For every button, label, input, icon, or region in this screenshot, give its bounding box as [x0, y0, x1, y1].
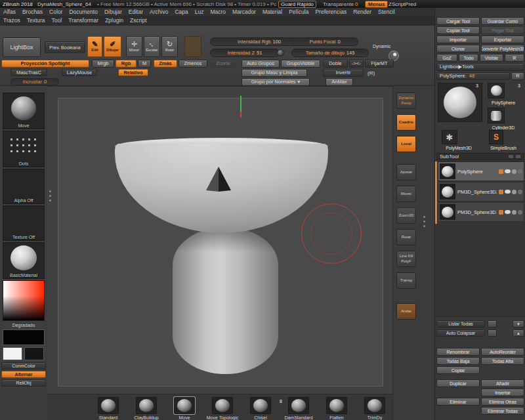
- goz-all-button[interactable]: Todo: [459, 54, 478, 62]
- color-picker[interactable]: [3, 280, 45, 321]
- tool-button[interactable]: Importar: [436, 35, 480, 43]
- menu-item[interactable]: Dibujar: [101, 8, 125, 16]
- tool-button[interactable]: Clonar: [436, 45, 480, 52]
- subtool-action-button[interactable]: Todas Baja: [436, 357, 480, 365]
- eye-icon[interactable]: [505, 210, 511, 214]
- mask-clear-group-button[interactable]: Grupo Masc y Limpia: [242, 69, 307, 77]
- right-shelf-button[interactable]: Line Fill PolyF: [396, 251, 416, 267]
- goz-visible-button[interactable]: Visible: [480, 54, 503, 62]
- relative-button[interactable]: Relativo: [118, 69, 148, 76]
- subtool-action-button[interactable]: Eliminar: [436, 398, 480, 406]
- polysphere-thumbnail[interactable]: [488, 83, 505, 98]
- brush-slot[interactable]: TrimDy: [357, 397, 392, 420]
- menu-item[interactable]: Transformar: [65, 16, 102, 25]
- menu-item[interactable]: Zscript: [127, 16, 150, 25]
- menu-item[interactable]: Color: [46, 8, 66, 16]
- tool-r-button[interactable]: R: [511, 72, 524, 80]
- tool-button[interactable]: Convertir PolyMesh3D: [481, 45, 524, 52]
- move-button[interactable]: ✛ Mover: [126, 36, 142, 57]
- double-button[interactable]: Doble: [323, 60, 348, 68]
- collapse-button[interactable]: -><-: [349, 60, 364, 68]
- simplebrush-thumbnail[interactable]: S: [489, 130, 503, 144]
- right-shelf-button[interactable]: Andar: [396, 303, 416, 320]
- move-down-button[interactable]: ▼: [513, 320, 524, 327]
- invert-button[interactable]: Invertir: [323, 69, 364, 77]
- main-color-swatch[interactable]: [3, 347, 22, 360]
- material-thumbnail[interactable]: BasicMaterial: [3, 242, 45, 279]
- brush-slot[interactable]: Move: [167, 397, 202, 420]
- lightbox-button[interactable]: LightBox: [3, 37, 41, 57]
- right-shelf-button[interactable]: Zoom3D: [396, 207, 416, 224]
- switch-color-button[interactable]: ConmColor: [1, 362, 46, 369]
- panel-divider-handle[interactable]: [49, 190, 51, 201]
- tool-button[interactable]: Exportar: [481, 35, 524, 43]
- menu-item[interactable]: Brochas: [19, 8, 46, 16]
- subtool-action-button[interactable]: Duplicar: [436, 379, 480, 387]
- subtool-action-button[interactable]: Todas Alta: [481, 357, 524, 365]
- right-shelf-button[interactable]: Cuadris: [396, 114, 416, 131]
- subtool-item[interactable]: PM3D_Sphere3D1: [438, 202, 524, 222]
- brush-slot[interactable]: Flatten: [319, 397, 354, 420]
- menu-item[interactable]: Archivo: [146, 8, 171, 16]
- list-all-button[interactable]: Listar Todas: [436, 320, 485, 327]
- edit-button[interactable]: ✎ Edit: [87, 36, 102, 57]
- group-by-normals-button[interactable]: Grupo por Normales ▾: [242, 78, 310, 86]
- menu-item[interactable]: Documento: [66, 8, 100, 16]
- tool-button[interactable]: Copiar Tool: [436, 26, 480, 34]
- subtool-item[interactable]: PM3D_Sphere3D2: [438, 182, 524, 201]
- uv-icon[interactable]: [512, 210, 516, 215]
- right-shelf-button[interactable]: Dynamic Persp: [396, 93, 416, 109]
- scale-button[interactable]: ↔ Escalar: [144, 36, 160, 57]
- menu-item[interactable]: Render: [350, 8, 375, 16]
- mask-icon[interactable]: [518, 210, 522, 215]
- lazy-mouse-button[interactable]: LazyMouse: [62, 69, 97, 76]
- brush-slot[interactable]: Move Topologic: [205, 397, 240, 420]
- active-tool-thumbnail[interactable]: [438, 83, 482, 122]
- zscript-button[interactable]: ZScriptPred: [388, 1, 416, 7]
- subtool-action-button[interactable]: Elimina Otras: [481, 398, 524, 406]
- menu-item[interactable]: Marcador: [229, 8, 259, 16]
- uv-icon[interactable]: [512, 190, 516, 194]
- group-visible-button[interactable]: GrupoVisible: [281, 60, 320, 68]
- focal-shift-slider[interactable]: Punto Focal 0: [291, 37, 358, 46]
- zadd-button[interactable]: Zmás: [154, 60, 177, 68]
- fill-object-button[interactable]: RellObj: [1, 379, 46, 387]
- mask-icon[interactable]: [518, 169, 522, 174]
- gradient-color-swatch[interactable]: [3, 329, 45, 345]
- brush-thumbnail[interactable]: [326, 397, 347, 414]
- subtool-action-button[interactable]: AutoReorder: [481, 348, 524, 356]
- mask-icon[interactable]: [518, 190, 522, 194]
- tool-button[interactable]: Cargar Tool: [436, 17, 480, 25]
- anmax-button[interactable]: AnMax: [326, 78, 353, 86]
- subtool-header[interactable]: SubTool: [436, 153, 524, 160]
- backface-mask-button[interactable]: MascTrasC: [10, 69, 47, 76]
- menu-item[interactable]: Tool: [49, 16, 66, 25]
- brush-thumbnail[interactable]: [364, 397, 385, 414]
- alternate-button[interactable]: Alternar: [1, 371, 46, 378]
- cylinder3d-thumbnail[interactable]: [488, 108, 505, 123]
- right-shelf-button[interactable]: Transp: [396, 272, 416, 289]
- eye-icon[interactable]: [505, 190, 511, 194]
- polypaint-icon[interactable]: [499, 190, 503, 194]
- stroke-thumbnail[interactable]: Dots: [3, 131, 45, 167]
- brush-thumbnail[interactable]: [98, 397, 119, 414]
- rgb-button[interactable]: Rgb: [116, 60, 136, 68]
- menu-item[interactable]: Material: [259, 8, 285, 16]
- menu-item[interactable]: Trazos: [0, 16, 24, 25]
- draw-size-slider[interactable]: Tamaño de dibujo 145: [291, 49, 369, 57]
- gradient-label[interactable]: Degradado: [0, 323, 47, 327]
- goz-button[interactable]: GoZ: [436, 54, 457, 62]
- brush-thumbnail[interactable]: [212, 397, 233, 414]
- brush-slot[interactable]: ClayBuildup: [129, 397, 164, 420]
- zsub-button[interactable]: Zmenos: [178, 60, 207, 68]
- polymesh3d-thumbnail[interactable]: ✱: [442, 130, 457, 144]
- auto-collapse-button[interactable]: Auto Colapsar: [436, 329, 485, 337]
- menu-item[interactable]: Luz: [192, 8, 207, 16]
- menu-item[interactable]: Stencil: [375, 8, 398, 16]
- embed-slider[interactable]: Incrustar 0: [10, 78, 59, 85]
- subtool-action-button[interactable]: Insertar: [481, 388, 524, 396]
- mrgb-button[interactable]: Mrgb: [92, 60, 114, 68]
- subtool-action-button[interactable]: Eliminar Todas: [481, 407, 524, 415]
- menu-item[interactable]: Alfas: [0, 8, 19, 16]
- menu-item[interactable]: Textura: [24, 16, 49, 25]
